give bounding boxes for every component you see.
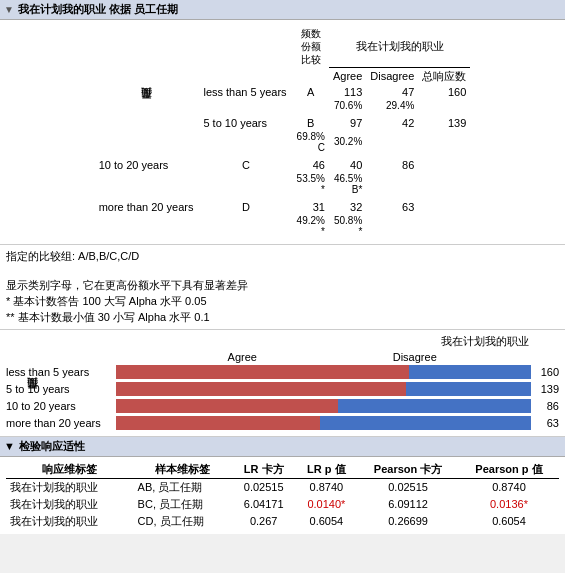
row-group-label: 员工任期	[95, 85, 200, 130]
crosstab-wrapper: 频数份额比较 我在计划我的职业 Agree Disagree 总响应数 员工任期…	[0, 20, 565, 245]
agree-pct: 69.8%C	[293, 130, 329, 154]
chi-row: 我在计划我的职业AB, 员工任期0.025150.87400.025150.87…	[6, 478, 559, 496]
footnote-comparison: 指定的比较组: A/B,B/C,C/D	[6, 249, 559, 264]
chi-cell-0: 我在计划我的职业	[6, 513, 134, 530]
collapse-arrow-2[interactable]: ▼	[4, 440, 15, 452]
chi-cell-2: 6.04171	[232, 496, 295, 513]
chi-table-wrapper: 响应维标签样本维标签LR 卡方LR p 值Pearson 卡方Pearson p…	[0, 457, 565, 534]
chart-row-label: 5 to 10 years	[6, 383, 116, 395]
row-code: D	[199, 200, 292, 214]
bar-disagree	[338, 399, 531, 413]
section1-title: 我在计划我的职业 依据 员工任期	[18, 2, 178, 17]
bar-container	[116, 416, 531, 430]
collapse-arrow[interactable]: ▼	[4, 4, 14, 15]
row-total: 86	[366, 158, 418, 172]
chi-cell-5: 0.6054	[459, 513, 559, 530]
chi-cell-2: 0.267	[232, 513, 295, 530]
agree-n: 46	[293, 158, 329, 172]
chi-cell-1: BC, 员工任期	[134, 496, 232, 513]
chi-col-1: 样本维标签	[134, 461, 232, 479]
career-plan-header: 我在计划我的职业	[329, 26, 470, 67]
chart-count: 139	[531, 383, 559, 395]
chi-table: 响应维标签样本维标签LR 卡方LR p 值Pearson 卡方Pearson p…	[6, 461, 559, 530]
chi-cell-5: 0.0136*	[459, 496, 559, 513]
agree-pct: 70.6%	[329, 99, 366, 112]
section2-title: 检验响应适性	[19, 439, 85, 454]
disagree-n: 47	[366, 85, 418, 99]
freq-label: 频数份额比较	[293, 26, 329, 67]
chi-cell-1: AB, 员工任期	[134, 478, 232, 496]
footnote-section: 指定的比较组: A/B,B/C,C/D 显示类别字母，它在更高份额水平下具有显著…	[0, 245, 565, 330]
bar-agree	[116, 399, 338, 413]
chart-count: 160	[531, 366, 559, 378]
chart-row-label: more than 20 years	[6, 417, 116, 429]
row-code: B	[293, 116, 329, 130]
chi-cell-4: 0.26699	[357, 513, 459, 530]
chart-count: 63	[531, 417, 559, 429]
chi-col-3: LR p 值	[295, 461, 357, 479]
col-disagree: Disagree	[366, 67, 418, 85]
disagree-n: 40	[329, 158, 366, 172]
chi-cell-3: 0.8740	[295, 478, 357, 496]
chart-row-label: 10 to 20 years	[6, 400, 116, 412]
disagree-n: 42	[366, 116, 418, 130]
chi-cell-0: 我在计划我的职业	[6, 478, 134, 496]
footnote-note3: ** 基本计数最小值 30 小写 Alpha 水平 0.1	[6, 310, 559, 325]
chi-col-4: Pearson 卡方	[357, 461, 459, 479]
chi-cell-4: 6.09112	[357, 496, 459, 513]
chi-cell-4: 0.02515	[357, 478, 459, 496]
bar-agree	[116, 365, 409, 379]
agree-pct: 53.5%*	[293, 172, 329, 196]
empty-corner	[95, 26, 293, 67]
section1-header: ▼ 我在计划我的职业 依据 员工任期	[0, 0, 565, 20]
bar-disagree	[406, 382, 531, 396]
disagree-n: 32	[329, 200, 366, 214]
section2-header: ▼ 检验响应适性	[0, 437, 565, 457]
chart-wrapper: 我在计划我的职业 Agree Disagree 员工任期less than 5 …	[0, 330, 565, 437]
chi-col-5: Pearson p 值	[459, 461, 559, 479]
chi-col-2: LR 卡方	[232, 461, 295, 479]
empty-header	[95, 67, 329, 85]
disagree-pct: 29.4%	[366, 99, 418, 112]
agree-n: 97	[329, 116, 366, 130]
bar-agree	[116, 416, 320, 430]
agree-n: 113	[329, 85, 366, 99]
footnote-note2: * 基本计数答告 100 大写 Alpha 水平 0.05	[6, 294, 559, 309]
chart-row: less than 5 years160	[6, 364, 559, 380]
row-label: more than 20 years	[95, 200, 200, 214]
bar-disagree	[409, 365, 531, 379]
row-label: 5 to 10 years	[199, 116, 292, 130]
bar-agree	[116, 382, 406, 396]
bar-container	[116, 382, 531, 396]
agree-pct: 49.2%*	[293, 214, 329, 238]
chart-agree-label: Agree	[156, 351, 329, 363]
chi-row: 我在计划我的职业BC, 员工任期6.041710.0140*6.091120.0…	[6, 496, 559, 513]
chart-rows: 员工任期less than 5 years1605 to 10 years139…	[6, 363, 559, 432]
bar-disagree	[320, 416, 531, 430]
chart-row: more than 20 years63	[6, 415, 559, 431]
chi-row: 我在计划我的职业CD, 员工任期0.2670.60540.266990.6054	[6, 513, 559, 530]
chart-count: 86	[531, 400, 559, 412]
disagree-pct: 50.8%*	[329, 214, 366, 238]
disagree-pct: 46.5%B*	[329, 172, 366, 196]
chi-cell-0: 我在计划我的职业	[6, 496, 134, 513]
crosstab-table: 频数份额比较 我在计划我的职业 Agree Disagree 总响应数 员工任期…	[95, 26, 471, 238]
chart-section-label: 我在计划我的职业	[441, 334, 529, 349]
row-label: 10 to 20 years	[95, 158, 200, 172]
chart-row-label: less than 5 years	[6, 366, 116, 378]
row-total: 160	[418, 85, 470, 99]
row-code: A	[293, 85, 329, 99]
chart-disagree-label: Disagree	[329, 351, 502, 363]
row-code: C	[199, 158, 292, 172]
footnote-note1: 显示类别字母，它在更高份额水平下具有显著差异	[6, 278, 559, 293]
row-label: less than 5 years	[199, 85, 292, 99]
col-total: 总响应数	[418, 67, 470, 85]
chi-cell-5: 0.8740	[459, 478, 559, 496]
chi-cell-3: 0.0140*	[295, 496, 357, 513]
bar-container	[116, 399, 531, 413]
col-agree: Agree	[329, 67, 366, 85]
row-total: 139	[418, 116, 470, 130]
chart-row: 5 to 10 years139	[6, 381, 559, 397]
chi-cell-1: CD, 员工任期	[134, 513, 232, 530]
chi-col-0: 响应维标签	[6, 461, 134, 479]
